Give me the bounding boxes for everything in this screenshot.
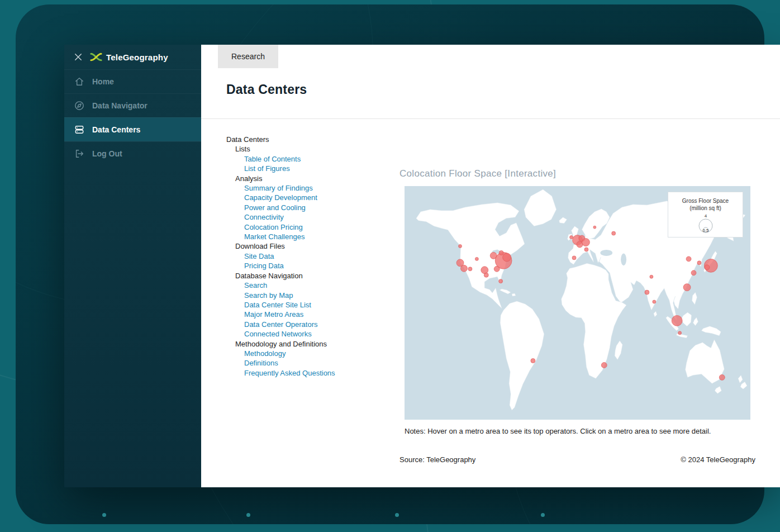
metro-bubble[interactable] bbox=[697, 261, 701, 265]
metro-bubble[interactable] bbox=[461, 265, 468, 272]
metro-bubble[interactable] bbox=[468, 267, 472, 271]
sidebar-header: TeleGeography bbox=[64, 45, 201, 69]
metro-bubble[interactable] bbox=[612, 231, 616, 235]
legend-size-icon: 40.5 bbox=[689, 212, 722, 235]
content-header: Research Data Centers bbox=[201, 45, 780, 119]
sidebar-item-data-navigator[interactable]: Data Navigator bbox=[64, 93, 201, 117]
sidebar-item-label: Data Centers bbox=[92, 125, 140, 134]
toc-link[interactable]: Market Challenges bbox=[226, 232, 399, 241]
toc-link[interactable]: Frequently Asked Questions bbox=[226, 368, 399, 378]
toc-link[interactable]: Pricing Data bbox=[226, 261, 399, 270]
decor-dot bbox=[102, 513, 106, 517]
close-icon[interactable] bbox=[73, 52, 83, 62]
toc-link[interactable]: Data Center Operators bbox=[226, 320, 399, 329]
toc-link[interactable]: Table of Contents bbox=[226, 154, 399, 164]
page-body: Data CentersListsTable of ContentsList o… bbox=[201, 119, 780, 487]
sidebar-nav: HomeData NavigatorData CentersLog Out bbox=[64, 69, 201, 165]
map-legend: Gross Floor Space (million sq ft) 40.5 bbox=[668, 192, 743, 238]
decor-dot bbox=[246, 513, 250, 517]
toc-link[interactable]: Site Data bbox=[226, 251, 399, 261]
logo-x-icon bbox=[90, 52, 102, 62]
metro-bubble[interactable] bbox=[531, 359, 535, 363]
metro-bubble[interactable] bbox=[570, 236, 573, 239]
toc-link[interactable]: Colocation Pricing bbox=[226, 222, 399, 232]
toc-link[interactable]: Search by Map bbox=[226, 291, 399, 300]
metro-bubble[interactable] bbox=[503, 253, 511, 262]
data-centers-icon bbox=[74, 124, 85, 135]
toc-link[interactable]: Capacity Development bbox=[226, 193, 399, 202]
toc-link[interactable]: Methodology bbox=[226, 349, 399, 358]
sidebar-item-log-out[interactable]: Log Out bbox=[64, 141, 201, 165]
metro-bubble[interactable] bbox=[584, 248, 588, 251]
metro-bubble[interactable] bbox=[672, 315, 682, 326]
metro-bubble[interactable] bbox=[475, 257, 478, 260]
metro-bubble[interactable] bbox=[499, 279, 503, 283]
metro-bubble[interactable] bbox=[481, 267, 488, 274]
sidebar-item-label: Home bbox=[92, 77, 114, 86]
toc-link[interactable]: Connectivity bbox=[226, 212, 399, 222]
sidebar-item-data-centers[interactable]: Data Centers bbox=[64, 117, 201, 141]
metro-bubble[interactable] bbox=[582, 239, 589, 246]
sidebar-item-label: Log Out bbox=[92, 149, 122, 158]
decor-dot bbox=[395, 513, 399, 517]
chart-title: Colocation Floor Space [Interactive] bbox=[399, 168, 780, 179]
metro-bubble[interactable] bbox=[678, 331, 682, 335]
metro-bubble[interactable] bbox=[691, 270, 696, 276]
tab-strip: Research bbox=[201, 45, 780, 68]
telegeography-logo: TeleGeography bbox=[90, 52, 168, 62]
toc-group-label: Analysis bbox=[226, 174, 399, 183]
chart-area: Colocation Floor Space [Interactive] bbox=[399, 119, 780, 487]
toc-link[interactable]: Search bbox=[226, 281, 399, 290]
metro-bubble[interactable] bbox=[459, 245, 462, 248]
metro-bubble[interactable] bbox=[484, 273, 488, 277]
legend-title-line2: (million sq ft) bbox=[672, 205, 739, 212]
source-text: Source: TeleGeography bbox=[399, 455, 475, 464]
logout-icon bbox=[74, 148, 85, 159]
toc-link[interactable]: Definitions bbox=[226, 358, 399, 368]
metro-bubble[interactable] bbox=[645, 290, 649, 294]
metro-bubble[interactable] bbox=[650, 275, 653, 278]
app-window: TeleGeography HomeData NavigatorData Cen… bbox=[64, 45, 780, 487]
metro-bubble[interactable] bbox=[705, 265, 710, 270]
copyright-text: © 2024 TeleGeography bbox=[681, 455, 755, 464]
sidebar-item-label: Data Navigator bbox=[92, 101, 148, 110]
metro-bubble[interactable] bbox=[653, 300, 656, 303]
toc-link[interactable]: Major Metro Areas bbox=[226, 310, 399, 319]
svg-text:4: 4 bbox=[704, 213, 707, 218]
metro-bubble[interactable] bbox=[572, 256, 576, 260]
toc-group-label: Methodology and Definitions bbox=[226, 339, 399, 349]
sidebar: TeleGeography HomeData NavigatorData Cen… bbox=[64, 45, 201, 487]
legend-title-line1: Gross Floor Space bbox=[672, 197, 739, 205]
metro-bubble[interactable] bbox=[601, 362, 607, 368]
chart-notes: Notes: Hover on a metro area to see its … bbox=[405, 427, 780, 435]
decor-dot bbox=[541, 513, 545, 517]
compass-icon bbox=[74, 100, 85, 111]
tab-research[interactable]: Research bbox=[218, 45, 278, 68]
toc-link[interactable]: Summary of Findings bbox=[226, 183, 399, 193]
main-content: Research Data Centers Data CentersListsT… bbox=[201, 45, 780, 487]
toc-link[interactable]: Data Center Site List bbox=[226, 300, 399, 310]
toc-link[interactable]: Power and Cooling bbox=[226, 203, 399, 212]
sidebar-item-home[interactable]: Home bbox=[64, 69, 201, 93]
table-of-contents: Data CentersListsTable of ContentsList o… bbox=[201, 119, 399, 487]
metro-bubble[interactable] bbox=[719, 374, 725, 380]
brand-name: TeleGeography bbox=[106, 53, 168, 62]
metro-bubble[interactable] bbox=[686, 256, 691, 262]
toc-root-label: Data Centers bbox=[226, 135, 399, 144]
toc-group-label: Download Files bbox=[226, 241, 399, 251]
svg-text:0.5: 0.5 bbox=[702, 228, 709, 233]
toc-link[interactable]: Connected Networks bbox=[226, 329, 399, 339]
home-icon bbox=[74, 76, 85, 87]
toc-link[interactable]: List of Figures bbox=[226, 164, 399, 173]
toc-group-label: Database Navigation bbox=[226, 271, 399, 281]
metro-bubble[interactable] bbox=[499, 250, 503, 255]
world-map[interactable]: Gross Floor Space (million sq ft) 40.5 bbox=[405, 186, 750, 420]
toc-group-label: Lists bbox=[226, 144, 399, 154]
page-title: Data Centers bbox=[201, 68, 780, 97]
metro-bubble[interactable] bbox=[683, 284, 691, 291]
metro-bubble[interactable] bbox=[593, 226, 596, 229]
chart-footer: Source: TeleGeography © 2024 TeleGeograp… bbox=[399, 455, 755, 464]
